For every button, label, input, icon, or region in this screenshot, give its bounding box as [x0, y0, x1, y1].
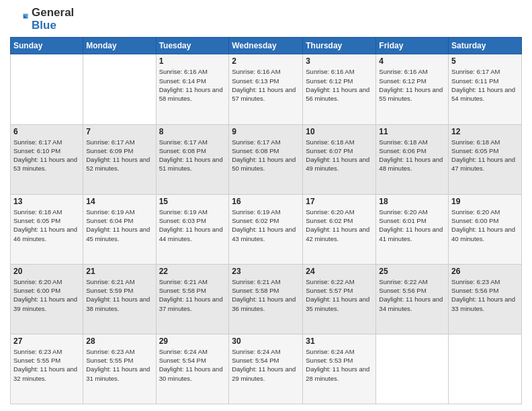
weekday-header-friday: Friday	[376, 38, 449, 54]
calendar-cell: 10Sunrise: 6:18 AMSunset: 6:07 PMDayligh…	[303, 124, 376, 194]
logo-icon	[10, 10, 29, 29]
calendar-cell: 25Sunrise: 6:22 AMSunset: 5:56 PMDayligh…	[376, 264, 449, 334]
calendar-cell: 14Sunrise: 6:19 AMSunset: 6:04 PMDayligh…	[83, 194, 156, 264]
day-number: 27	[13, 336, 80, 346]
calendar-cell: 31Sunrise: 6:24 AMSunset: 5:53 PMDayligh…	[303, 334, 376, 404]
calendar-cell: 17Sunrise: 6:20 AMSunset: 6:02 PMDayligh…	[303, 194, 376, 264]
day-number: 25	[379, 267, 445, 276]
day-number: 18	[379, 197, 445, 206]
day-info: Sunrise: 6:17 AMSunset: 6:11 PMDaylight:…	[451, 67, 519, 103]
day-info: Sunrise: 6:17 AMSunset: 6:10 PMDaylight:…	[13, 138, 80, 173]
day-number: 24	[306, 267, 373, 276]
day-number: 11	[379, 127, 445, 136]
calendar-cell: 26Sunrise: 6:23 AMSunset: 5:56 PMDayligh…	[449, 264, 522, 334]
day-info: Sunrise: 6:21 AMSunset: 5:58 PMDaylight:…	[232, 277, 300, 313]
calendar: SundayMondayTuesdayWednesdayThursdayFrid…	[10, 37, 522, 404]
calendar-week-4: 20Sunrise: 6:20 AMSunset: 6:00 PMDayligh…	[11, 264, 522, 334]
weekday-header-saturday: Saturday	[449, 38, 522, 54]
day-number: 12	[451, 127, 519, 136]
calendar-week-2: 6Sunrise: 6:17 AMSunset: 6:10 PMDaylight…	[11, 124, 522, 194]
day-number: 9	[232, 127, 300, 136]
day-info: Sunrise: 6:23 AMSunset: 5:55 PMDaylight:…	[86, 347, 152, 383]
day-number: 20	[13, 267, 80, 276]
day-info: Sunrise: 6:19 AMSunset: 6:02 PMDaylight:…	[232, 208, 300, 243]
calendar-week-1: 1Sunrise: 6:16 AMSunset: 6:14 PMDaylight…	[11, 54, 522, 124]
calendar-cell: 30Sunrise: 6:24 AMSunset: 5:54 PMDayligh…	[229, 334, 303, 404]
weekday-header-tuesday: Tuesday	[156, 38, 229, 54]
day-info: Sunrise: 6:16 AMSunset: 6:12 PMDaylight:…	[306, 67, 373, 103]
day-info: Sunrise: 6:18 AMSunset: 6:07 PMDaylight:…	[306, 138, 373, 173]
day-number: 21	[86, 267, 152, 276]
day-info: Sunrise: 6:16 AMSunset: 6:13 PMDaylight:…	[232, 67, 300, 103]
calendar-cell: 16Sunrise: 6:19 AMSunset: 6:02 PMDayligh…	[229, 194, 303, 264]
calendar-cell: 13Sunrise: 6:18 AMSunset: 6:05 PMDayligh…	[11, 194, 83, 264]
day-number: 29	[159, 336, 226, 346]
day-number: 19	[451, 197, 519, 206]
day-info: Sunrise: 6:20 AMSunset: 6:01 PMDaylight:…	[379, 208, 445, 243]
day-info: Sunrise: 6:24 AMSunset: 5:54 PMDaylight:…	[159, 347, 226, 383]
day-info: Sunrise: 6:20 AMSunset: 6:02 PMDaylight:…	[306, 208, 373, 243]
calendar-cell: 7Sunrise: 6:17 AMSunset: 6:09 PMDaylight…	[83, 124, 156, 194]
calendar-cell: 12Sunrise: 6:18 AMSunset: 6:05 PMDayligh…	[449, 124, 522, 194]
day-number: 17	[306, 197, 373, 206]
calendar-cell: 22Sunrise: 6:21 AMSunset: 5:58 PMDayligh…	[156, 264, 229, 334]
calendar-cell: 1Sunrise: 6:16 AMSunset: 6:14 PMDaylight…	[156, 54, 229, 124]
day-info: Sunrise: 6:21 AMSunset: 5:58 PMDaylight:…	[159, 277, 226, 313]
day-info: Sunrise: 6:20 AMSunset: 6:00 PMDaylight:…	[451, 208, 519, 243]
day-info: Sunrise: 6:18 AMSunset: 6:05 PMDaylight:…	[451, 138, 519, 173]
day-info: Sunrise: 6:21 AMSunset: 5:59 PMDaylight:…	[86, 277, 152, 313]
day-info: Sunrise: 6:24 AMSunset: 5:53 PMDaylight:…	[306, 347, 373, 383]
day-number: 10	[306, 127, 373, 136]
calendar-cell: 27Sunrise: 6:23 AMSunset: 5:55 PMDayligh…	[11, 334, 83, 404]
day-info: Sunrise: 6:24 AMSunset: 5:54 PMDaylight:…	[232, 347, 300, 383]
weekday-header-sunday: Sunday	[11, 38, 83, 54]
day-number: 31	[306, 336, 373, 346]
calendar-cell: 2Sunrise: 6:16 AMSunset: 6:13 PMDaylight…	[229, 54, 303, 124]
day-info: Sunrise: 6:19 AMSunset: 6:04 PMDaylight:…	[86, 208, 152, 243]
day-info: Sunrise: 6:17 AMSunset: 6:08 PMDaylight:…	[232, 138, 300, 173]
day-number: 26	[451, 267, 519, 276]
day-number: 14	[86, 197, 152, 206]
calendar-cell: 15Sunrise: 6:19 AMSunset: 6:03 PMDayligh…	[156, 194, 229, 264]
day-info: Sunrise: 6:18 AMSunset: 6:06 PMDaylight:…	[379, 138, 445, 173]
calendar-cell: 21Sunrise: 6:21 AMSunset: 5:59 PMDayligh…	[83, 264, 156, 334]
day-info: Sunrise: 6:16 AMSunset: 6:12 PMDaylight:…	[379, 67, 445, 103]
day-number: 1	[159, 56, 226, 66]
calendar-cell: 8Sunrise: 6:17 AMSunset: 6:08 PMDaylight…	[156, 124, 229, 194]
calendar-cell: 11Sunrise: 6:18 AMSunset: 6:06 PMDayligh…	[376, 124, 449, 194]
day-number: 16	[232, 197, 300, 206]
day-info: Sunrise: 6:17 AMSunset: 6:09 PMDaylight:…	[86, 138, 152, 173]
day-number: 8	[159, 127, 226, 136]
day-number: 13	[13, 197, 80, 206]
header: General Blue	[10, 7, 522, 32]
day-number: 3	[306, 56, 373, 66]
day-number: 22	[159, 267, 226, 276]
calendar-cell: 6Sunrise: 6:17 AMSunset: 6:10 PMDaylight…	[11, 124, 83, 194]
day-number: 6	[13, 127, 80, 136]
calendar-cell	[11, 54, 83, 124]
day-info: Sunrise: 6:16 AMSunset: 6:14 PMDaylight:…	[159, 67, 226, 103]
day-number: 15	[159, 197, 226, 206]
logo: General Blue	[10, 7, 74, 32]
day-info: Sunrise: 6:18 AMSunset: 6:05 PMDaylight:…	[13, 208, 80, 243]
day-info: Sunrise: 6:22 AMSunset: 5:56 PMDaylight:…	[379, 277, 445, 313]
day-number: 23	[232, 267, 300, 276]
calendar-cell: 29Sunrise: 6:24 AMSunset: 5:54 PMDayligh…	[156, 334, 229, 404]
day-info: Sunrise: 6:19 AMSunset: 6:03 PMDaylight:…	[159, 208, 226, 243]
day-number: 5	[451, 56, 519, 66]
calendar-cell: 28Sunrise: 6:23 AMSunset: 5:55 PMDayligh…	[83, 334, 156, 404]
day-info: Sunrise: 6:20 AMSunset: 6:00 PMDaylight:…	[13, 277, 80, 313]
calendar-cell: 23Sunrise: 6:21 AMSunset: 5:58 PMDayligh…	[229, 264, 303, 334]
calendar-cell: 9Sunrise: 6:17 AMSunset: 6:08 PMDaylight…	[229, 124, 303, 194]
calendar-cell: 3Sunrise: 6:16 AMSunset: 6:12 PMDaylight…	[303, 54, 376, 124]
day-info: Sunrise: 6:22 AMSunset: 5:57 PMDaylight:…	[306, 277, 373, 313]
logo-text: General Blue	[32, 7, 74, 32]
calendar-week-3: 13Sunrise: 6:18 AMSunset: 6:05 PMDayligh…	[11, 194, 522, 264]
calendar-cell: 18Sunrise: 6:20 AMSunset: 6:01 PMDayligh…	[376, 194, 449, 264]
day-info: Sunrise: 6:17 AMSunset: 6:08 PMDaylight:…	[159, 138, 226, 173]
day-number: 28	[86, 336, 152, 346]
day-number: 7	[86, 127, 152, 136]
weekday-header-monday: Monday	[83, 38, 156, 54]
calendar-cell: 19Sunrise: 6:20 AMSunset: 6:00 PMDayligh…	[449, 194, 522, 264]
calendar-cell: 24Sunrise: 6:22 AMSunset: 5:57 PMDayligh…	[303, 264, 376, 334]
